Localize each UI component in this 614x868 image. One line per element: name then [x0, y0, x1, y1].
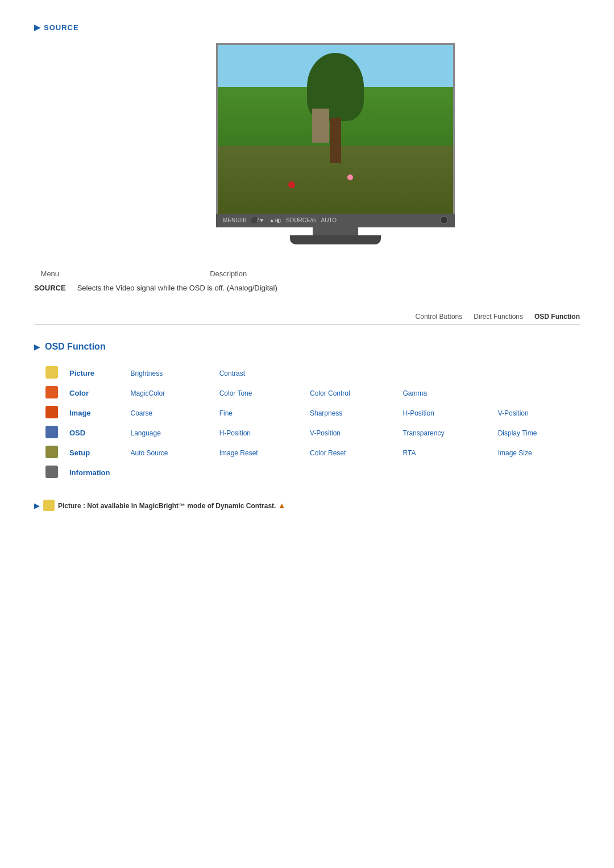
osd-arrow-icon: ▶: [34, 342, 40, 351]
note-text: Picture : Not available in MagicBright™ …: [58, 501, 286, 510]
menu-source-cell: SOURCE: [34, 280, 77, 296]
source-description-cell: Selects the Video signal while the OSD i…: [77, 280, 289, 296]
menu-item-magiccolor[interactable]: MagicColor: [127, 389, 169, 397]
menu-item-transparency[interactable]: Transparency: [400, 429, 448, 437]
menu-item-color-reset[interactable]: Color Reset: [306, 449, 349, 457]
note-arrow-icon: ▶: [34, 501, 40, 510]
monitor-power-button: [440, 216, 448, 224]
menu-name-information: Information: [69, 468, 116, 477]
osd-section-header: ▶ OSD Function: [34, 342, 580, 352]
osd-menu-row: Information: [34, 463, 580, 483]
monitor-container: MENU/III ⬛/▼ ▲/◐ SOURCE/⊙ AUTO: [91, 43, 580, 244]
menu-item-language[interactable]: Language: [127, 429, 164, 437]
menu-item-h-position[interactable]: H-Position: [216, 429, 254, 437]
col-header-menu: Menu: [34, 267, 77, 280]
osd-menu-row: SetupAuto SourceImage ResetColor ResetRT…: [34, 443, 580, 463]
nav-tabs: Control Buttons Direct Functions OSD Fun…: [34, 313, 580, 325]
menu-icon-osd: [45, 426, 58, 438]
osd-menu-row: ImageCoarseFineSharpnessH-PositionV-Posi…: [34, 403, 580, 423]
monitor-btn-source: SOURCE/⊙: [286, 217, 317, 223]
menu-item-brightness[interactable]: Brightness: [127, 369, 167, 377]
menu-name-setup: Setup: [69, 448, 96, 457]
menu-item-coarse[interactable]: Coarse: [127, 409, 156, 417]
tab-osd-function[interactable]: OSD Function: [534, 313, 580, 321]
osd-menu-table: PictureBrightnessContrastColorMagicColor…: [34, 363, 580, 483]
menu-item-v-position[interactable]: V-Position: [495, 409, 532, 417]
flower-red: [288, 181, 295, 188]
menu-description-table: Menu Description SOURCE Selects the Vide…: [34, 267, 580, 296]
osd-menu-row: OSDLanguageH-PositionV-PositionTranspare…: [34, 423, 580, 443]
monitor-btn-adjust: ⬛/▼: [251, 217, 265, 223]
menu-name-osd: OSD: [69, 429, 91, 437]
menu-name-picture: Picture: [69, 369, 100, 377]
menu-item-contrast[interactable]: Contrast: [216, 369, 248, 377]
source-label: SOURCE: [44, 23, 79, 32]
monitor-btn-menu: MENU/III: [223, 217, 246, 223]
tab-direct-functions[interactable]: Direct Functions: [474, 313, 523, 321]
menu-icon-setup: [45, 446, 58, 458]
menu-item-fine[interactable]: Fine: [216, 409, 236, 417]
menu-item-gamma[interactable]: Gamma: [400, 389, 431, 397]
menu-item-auto-source[interactable]: Auto Source: [127, 449, 172, 457]
flower-pink: [347, 175, 353, 180]
menu-item-image-size[interactable]: Image Size: [495, 449, 536, 457]
source-header: ▶ SOURCE: [34, 23, 580, 32]
osd-menu-row: PictureBrightnessContrast: [34, 363, 580, 383]
menu-icon-information: [45, 466, 58, 478]
col-header-description: Description: [77, 267, 289, 280]
menu-name-image: Image: [69, 409, 97, 417]
menu-icon-picture: [45, 366, 58, 379]
monitor-screen: [216, 43, 455, 214]
monitor-btn-brightness: ▲/◐: [269, 217, 281, 223]
menu-icon-color: [45, 386, 58, 398]
menu-item-color-control[interactable]: Color Control: [306, 389, 354, 397]
menu-item-h-position[interactable]: H-Position: [400, 409, 438, 417]
table-row: SOURCE Selects the Video signal while th…: [34, 280, 289, 296]
tree-trunk: [330, 118, 341, 163]
menu-item-v-position[interactable]: V-Position: [306, 429, 344, 437]
menu-item-display-time[interactable]: Display Time: [495, 429, 541, 437]
monitor-button-row: MENU/III ⬛/▼ ▲/◐ SOURCE/⊙ AUTO: [216, 213, 455, 227]
warning-icon: ▲: [278, 501, 286, 510]
monitor-stand-top: [313, 227, 358, 235]
monitor-btn-auto: AUTO: [321, 217, 337, 223]
menu-item-color-tone[interactable]: Color Tone: [216, 389, 256, 397]
pagoda: [312, 109, 329, 143]
menu-item-sharpness[interactable]: Sharpness: [306, 409, 346, 417]
osd-menu-row: ColorMagicColorColor ToneColor ControlGa…: [34, 383, 580, 403]
source-arrow-icon: ▶: [34, 23, 40, 32]
tab-control-buttons[interactable]: Control Buttons: [416, 313, 463, 321]
monitor-stand-base: [290, 235, 381, 244]
menu-icon-image: [45, 406, 58, 418]
note-section: ▶ Picture : Not available in MagicBright…: [34, 500, 580, 511]
osd-title: OSD Function: [45, 342, 106, 352]
menu-item-rta[interactable]: RTA: [400, 449, 420, 457]
menu-item-image-reset[interactable]: Image Reset: [216, 449, 262, 457]
menu-name-color: Color: [69, 389, 94, 397]
note-picture-icon: [43, 500, 55, 511]
monitor-screen-bg: [218, 45, 453, 214]
